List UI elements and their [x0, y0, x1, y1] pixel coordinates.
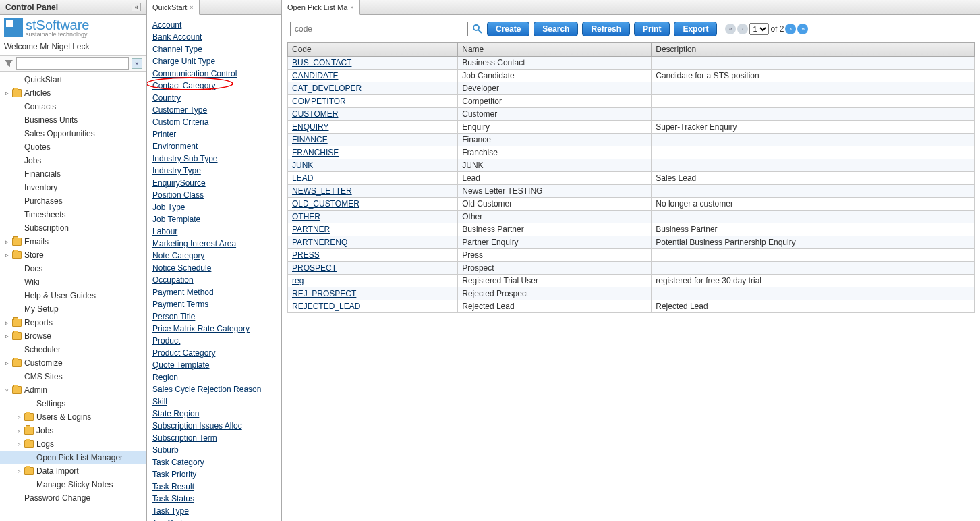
link-printer[interactable]: Printer: [152, 128, 276, 140]
tree-item-users-logins[interactable]: ▹Users & Logins: [0, 410, 146, 424]
tree-item-customize[interactable]: ▹Customize: [0, 356, 146, 370]
link-enquirysource[interactable]: EnquirySource: [152, 177, 276, 189]
tree-item-timesheets[interactable]: Timesheets: [0, 208, 146, 221]
link-environment[interactable]: Environment: [152, 140, 276, 153]
chevron-icon[interactable]: ▹: [5, 333, 12, 339]
link-product[interactable]: Product: [152, 335, 276, 347]
table-row[interactable]: CANDIDATEJob CandidateCandidate for a ST…: [288, 70, 975, 82]
tree-item-subscription[interactable]: Subscription: [0, 221, 146, 235]
print-button[interactable]: Print: [634, 22, 670, 36]
table-row[interactable]: PROSPECTProspect: [288, 262, 975, 275]
link-payment-method[interactable]: Payment Method: [152, 286, 276, 298]
link-labour[interactable]: Labour: [152, 225, 276, 238]
table-row[interactable]: COMPETITORCompetitor: [288, 95, 975, 108]
chevron-icon[interactable]: ▿: [5, 387, 12, 393]
tree-item-help-user-guides[interactable]: Help & User Guides: [0, 289, 146, 302]
link-state-region[interactable]: State Region: [152, 408, 276, 420]
link-task-type[interactable]: Task Type: [152, 505, 276, 517]
close-icon[interactable]: ×: [190, 4, 193, 11]
link-task-status[interactable]: Task Status: [152, 493, 276, 505]
code-cell[interactable]: BUS_CONTACT: [288, 57, 458, 70]
tree-item-jobs[interactable]: Jobs: [0, 154, 146, 167]
table-row[interactable]: CUSTOMERCustomer: [288, 108, 975, 121]
chevron-icon[interactable]: ▹: [5, 360, 12, 366]
tree-item-browse[interactable]: ▹Browse: [0, 329, 146, 343]
chevron-icon[interactable]: ▹: [5, 252, 12, 258]
search-button[interactable]: Search: [534, 22, 578, 36]
table-row[interactable]: OLD_CUSTOMEROld CustomerNo longer a cust…: [288, 198, 975, 211]
tree-item-docs[interactable]: Docs: [0, 262, 146, 275]
tree-item-business-units[interactable]: Business Units: [0, 113, 146, 127]
code-cell[interactable]: CUSTOMER: [288, 108, 458, 121]
link-region[interactable]: Region: [152, 371, 276, 383]
tree-search-input[interactable]: [16, 57, 129, 70]
link-job-template[interactable]: Job Template: [152, 213, 276, 225]
tree-item-purchases[interactable]: Purchases: [0, 194, 146, 208]
table-row[interactable]: CAT_DEVELOPERDeveloper: [288, 82, 975, 95]
clear-search-icon[interactable]: ×: [132, 58, 142, 69]
code-cell[interactable]: PARTNER: [288, 223, 458, 236]
tree-item-settings[interactable]: Settings: [0, 397, 146, 410]
link-subscription-term[interactable]: Subscription Term: [152, 432, 276, 444]
col-description[interactable]: Description: [652, 43, 975, 57]
link-channel-type[interactable]: Channel Type: [152, 43, 276, 55]
tree-item-logs[interactable]: ▹Logs: [0, 437, 146, 451]
code-cell[interactable]: PRESS: [288, 249, 458, 262]
table-row[interactable]: REJECTED_LEADRejected LeadRejected Lead: [288, 300, 975, 313]
code-cell[interactable]: CANDIDATE: [288, 70, 458, 82]
page-select[interactable]: 1: [749, 23, 769, 35]
table-row[interactable]: FRANCHISEFranchise: [288, 146, 975, 159]
tree-item-inventory[interactable]: Inventory: [0, 181, 146, 194]
filter-icon[interactable]: [4, 59, 13, 68]
link-note-category[interactable]: Note Category: [152, 250, 276, 262]
tree-item-sales-opportunities[interactable]: Sales Opportunities: [0, 127, 146, 140]
code-cell[interactable]: FINANCE: [288, 134, 458, 146]
tree-item-data-import[interactable]: ▹Data Import: [0, 464, 146, 478]
refresh-button[interactable]: Refresh: [582, 22, 630, 36]
link-customer-type[interactable]: Customer Type: [152, 104, 276, 116]
code-cell[interactable]: COMPETITOR: [288, 95, 458, 108]
table-row[interactable]: FINANCEFinance: [288, 134, 975, 146]
export-button[interactable]: Export: [674, 22, 717, 36]
table-row[interactable]: regRegistered Trial Userregistered for f…: [288, 275, 975, 287]
tree-item-contacts[interactable]: Contacts: [0, 100, 146, 113]
link-contact-category[interactable]: Contact Category: [152, 80, 276, 92]
table-row[interactable]: PRESSPress: [288, 249, 975, 262]
tree-item-cms-sites[interactable]: CMS Sites: [0, 370, 146, 383]
tree-item-reports[interactable]: ▹Reports: [0, 316, 146, 329]
chevron-icon[interactable]: ▹: [5, 238, 12, 245]
table-row[interactable]: BUS_CONTACTBusiness Contact: [288, 57, 975, 70]
table-row[interactable]: LEADLeadSales Lead: [288, 172, 975, 185]
link-occupation[interactable]: Occupation: [152, 274, 276, 286]
close-icon[interactable]: ×: [350, 4, 353, 11]
link-task-priority[interactable]: Task Priority: [152, 468, 276, 481]
collapse-icon[interactable]: «: [132, 3, 141, 11]
link-industry-type[interactable]: Industry Type: [152, 165, 276, 177]
create-button[interactable]: Create: [487, 22, 529, 36]
link-custom-criteria[interactable]: Custom Criteria: [152, 116, 276, 128]
col-code[interactable]: Code: [288, 43, 458, 57]
next-page-icon[interactable]: ›: [785, 24, 796, 34]
tree-item-quotes[interactable]: Quotes: [0, 140, 146, 154]
link-price-matrix-rate-category[interactable]: Price Matrix Rate Category: [152, 323, 276, 335]
link-person-title[interactable]: Person Title: [152, 310, 276, 323]
tree-item-financials[interactable]: Financials: [0, 167, 146, 181]
link-skill[interactable]: Skill: [152, 395, 276, 408]
tree-item-open-pick-list-manager[interactable]: Open Pick List Manager: [0, 451, 146, 464]
link-tax-codes[interactable]: Tax Codes: [152, 517, 276, 521]
chevron-icon[interactable]: ▹: [18, 468, 24, 474]
prev-page-icon[interactable]: ‹: [737, 24, 748, 34]
tree-item-my-setup[interactable]: My Setup: [0, 302, 146, 316]
chevron-icon[interactable]: ▹: [18, 427, 24, 434]
code-cell[interactable]: OTHER: [288, 211, 458, 223]
tree-item-emails[interactable]: ▹Emails: [0, 235, 146, 248]
link-task-result[interactable]: Task Result: [152, 481, 276, 493]
col-name[interactable]: Name: [458, 43, 652, 57]
tree-item-password-change[interactable]: Password Change: [0, 491, 146, 505]
table-row[interactable]: OTHEROther: [288, 211, 975, 223]
first-page-icon[interactable]: «: [725, 24, 736, 34]
code-input[interactable]: [290, 22, 468, 36]
code-cell[interactable]: FRANCHISE: [288, 146, 458, 159]
link-position-class[interactable]: Position Class: [152, 189, 276, 201]
code-cell[interactable]: PARTNERENQ: [288, 236, 458, 249]
